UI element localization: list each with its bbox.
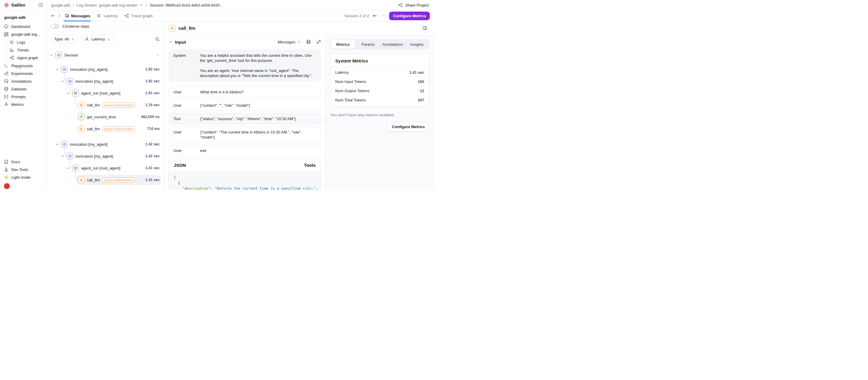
copy-icon [67,153,73,159]
chevron-down-icon[interactable] [66,91,72,95]
breadcrumb-log-stream[interactable]: Log Stream: google-adk-log-stream [77,3,144,7]
updown-chevrons-icon [107,37,111,41]
chevron-down-icon[interactable] [50,53,55,57]
copy-icon [61,66,67,72]
logs-icon [9,40,14,44]
sidebar-item-label: Datasets [11,87,27,91]
database-icon[interactable] [306,39,311,44]
tools-json-code: [ { "description": "Returns the current … [169,172,321,190]
sidebar-item-trends[interactable]: Trends [9,46,46,54]
message-role-label: User [174,148,200,153]
chevron-down-icon[interactable] [66,166,72,170]
duration-label: 1.92 sec [145,67,160,71]
sidebar-footer: DocsDev ToolsLight mode [0,158,46,181]
sidebar-collapse-icon[interactable] [38,3,43,7]
updown-chevrons-icon [71,37,74,41]
message-view-selector[interactable]: Messages [278,40,301,44]
breadcrumb-session[interactable]: Session: f9bbfca3-5ce3-4db3-a358-8430... [150,3,223,7]
metrics-panel-tabs: MetricsParamsAnnotationsInsights [330,39,429,50]
sidebar-item-playgrounds[interactable]: Playgrounds [0,62,46,70]
tree-row-call-llm-4[interactable]: call_llmgemini-3-flash-preview1.19 sec [46,100,164,110]
collapse-all-icon[interactable] [156,53,160,57]
copy-icon [67,78,73,85]
message-card-user-2: User{"content": "", "role": "model"} [168,100,321,111]
duration-label: 1.92 sec [145,79,160,83]
metrics-tab-annotations[interactable]: Annotations [380,39,405,50]
brand-section: Galileo [0,0,46,10]
message-content: {"content": "", "role": "model"} [200,103,316,108]
sidebar-item-docs[interactable]: Docs [0,158,46,166]
condense-steps-toggle[interactable] [51,24,60,29]
share-project-button[interactable]: Share Project [393,0,434,10]
duration-label: 1.41 sec [145,178,160,182]
share-icon [398,3,403,7]
book-icon [4,159,9,164]
sidebar-item-logs[interactable]: Logs [9,38,46,46]
sidebar-nav: Dashboardgoogle-adk-log...LogsTrendsAgen… [0,23,46,108]
tree-row-invocation-my-agent-8[interactable]: invocation [my_agent]1.42 sec [46,151,164,161]
sidebar-item-agent-graph[interactable]: Agent graph [9,54,46,62]
chevron-down-icon[interactable] [55,142,61,146]
chevron-down-icon[interactable] [168,40,173,44]
chat-icon [64,13,69,18]
configure-metrics-outline-button[interactable]: Configure Metrics [387,122,429,132]
galileo-app: Galileo google-adk / Log Stream: google-… [0,0,434,190]
message-role-label: Tool [174,116,200,121]
tree-row-agent-run-root-agent-9[interactable]: agent_run [root_agent]1.41 sec [46,163,164,173]
breadcrumb-project[interactable]: google-adk [51,3,70,7]
metric-value: 267 [417,98,424,102]
sidebar-item-metrics[interactable]: Metrics [0,100,46,108]
trends-icon [9,48,14,52]
tree-row-label: invocation [my_agent] [70,67,107,72]
sidebar-item-label: Docs [11,160,20,164]
tree-row-label: call_llm [87,103,100,107]
right-panel-toggle-button[interactable] [420,24,429,33]
latency-filter-dropdown[interactable]: Latency [81,34,114,44]
prompts-icon [4,94,9,99]
duration-label: 1.42 sec [145,154,160,158]
tree-row-get-current-time-5[interactable]: get_current_time482,000 ns [46,112,164,122]
message-card-user-4: User{"content": "The current time in Ath… [168,127,321,143]
tree-row-agent-run-root-agent-3[interactable]: agent_run [root_agent]1.91 sec [46,88,164,98]
tree-row-invocation-my-agent-2[interactable]: invocation [my_agent]1.92 sec [46,76,164,86]
sidebar-item-dashboard[interactable]: Dashboard [0,23,46,30]
user-account-row[interactable] [0,182,46,190]
dashboard-icon [4,24,9,29]
metrics-empty-note: You don't have any metrics enabled. [330,113,429,117]
input-section-title: Input [175,39,186,44]
tree-connector [81,120,82,125]
sidebar-item-experiments[interactable]: Experiments [0,70,46,77]
chevron-down-icon[interactable] [61,154,67,158]
chevron-down-icon[interactable] [61,80,67,83]
back-arrow-icon[interactable] [51,13,55,18]
previous-session-arrow-icon[interactable] [372,13,377,18]
metrics-tab-metrics[interactable]: Metrics [331,40,355,49]
sidebar-item-dev-tools[interactable]: Dev Tools [0,166,46,173]
tools-label: Tools [304,163,316,168]
link-icon[interactable] [316,39,321,44]
sidebar-item-google-adk-log[interactable]: google-adk-log... [0,30,46,38]
search-icon[interactable] [155,37,160,42]
sidebar-item-datasets[interactable]: Datasets [0,85,46,93]
tree-row-call-llm-10[interactable]: call_llmgemini-3-flash-preview1.41 sec [46,175,164,185]
metric-label: Num Input Tokens [335,80,367,84]
tab-trace-graph[interactable]: Trace graph [124,10,153,21]
wrench-icon [78,114,85,120]
configure-metrics-button[interactable]: Configure Metrics [389,11,430,20]
type-filter-dropdown[interactable]: Type: All [51,34,78,44]
sidebar-item-annotations[interactable]: Annotations [0,77,46,85]
metrics-tab-params[interactable]: Params [356,39,380,50]
sidebar-item-light-mode[interactable]: Light mode [0,173,46,181]
metrics-tab-insights[interactable]: Insights [405,39,429,50]
sidebar-item-prompts[interactable]: Prompts [0,93,46,100]
chevron-down-icon[interactable] [55,67,61,71]
tree-row-call-llm-6[interactable]: call_llmgemini-3-flash-preview716 ms [46,124,164,134]
tab-latency[interactable]: Latency [96,10,118,21]
tab-messages[interactable]: Messages [64,10,91,21]
message-content: What time is it in Athens? [200,90,316,95]
list-icon [72,90,79,96]
detail-title: call_llm [179,26,195,31]
tree-row-session-0[interactable]: Session [46,50,164,60]
next-session-arrow-icon[interactable] [381,13,385,18]
breadcrumb-separator: / [73,3,74,7]
